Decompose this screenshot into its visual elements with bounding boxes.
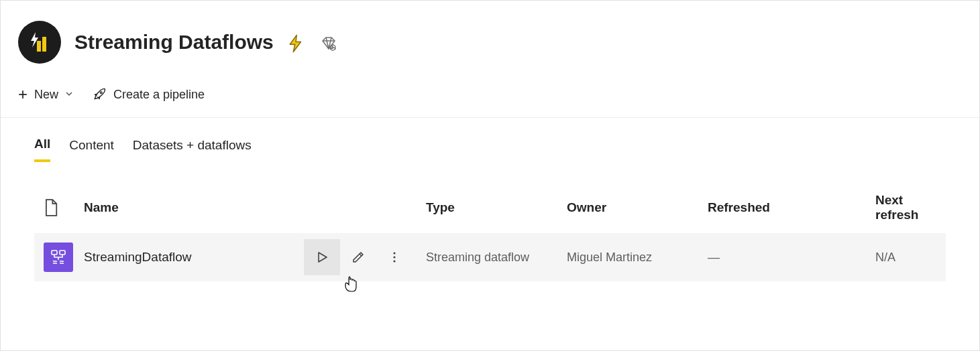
- workspace-header: Streaming Dataflows: [1, 1, 979, 77]
- svg-rect-6: [52, 251, 57, 255]
- row-owner: Miguel Martinez: [567, 251, 708, 265]
- tab-all[interactable]: All: [34, 137, 50, 162]
- row-type: Streaming dataflow: [426, 251, 567, 265]
- play-icon: [315, 251, 329, 264]
- streaming-dataflow-icon: [44, 242, 73, 272]
- more-vertical-icon: [388, 251, 401, 264]
- svg-point-8: [393, 252, 395, 254]
- create-pipeline-button[interactable]: Create a pipeline: [92, 87, 205, 102]
- play-button[interactable]: [304, 239, 340, 275]
- column-header-name[interactable]: Name: [84, 200, 426, 215]
- svg-point-5: [100, 92, 102, 94]
- row-refreshed: —: [708, 251, 875, 265]
- svg-rect-7: [60, 251, 65, 255]
- workspace-avatar: [18, 21, 61, 64]
- column-header-owner[interactable]: Owner: [567, 200, 708, 215]
- lightning-icon: [286, 33, 306, 54]
- column-icon-header[interactable]: [34, 199, 84, 216]
- table-header-row: Name Type Owner Refreshed Next refresh: [34, 182, 946, 233]
- page-title: Streaming Dataflows: [74, 31, 337, 54]
- pencil-icon: [351, 251, 365, 264]
- row-name[interactable]: StreamingDataflow: [84, 250, 192, 265]
- file-icon: [44, 199, 58, 216]
- workspace-toolbar: + New Create a pipeline: [1, 77, 979, 118]
- column-header-refreshed[interactable]: Refreshed: [708, 200, 875, 215]
- chevron-down-icon: [65, 90, 73, 100]
- svg-point-9: [393, 256, 395, 258]
- rocket-icon: [92, 87, 107, 102]
- tab-bar: All Content Datasets + dataflows: [1, 118, 979, 162]
- column-header-next-refresh[interactable]: Next refresh: [875, 193, 946, 222]
- tab-datasets-dataflows[interactable]: Datasets + dataflows: [133, 137, 252, 162]
- content-table: Name Type Owner Refreshed Next refresh: [1, 182, 979, 281]
- new-button[interactable]: + New: [18, 85, 73, 104]
- edit-button[interactable]: [340, 239, 376, 275]
- more-options-button[interactable]: [376, 239, 413, 275]
- row-next-refresh: N/A: [875, 251, 946, 265]
- lightning-bar-icon: [28, 30, 52, 54]
- svg-point-10: [393, 260, 395, 262]
- tab-content[interactable]: Content: [69, 137, 114, 162]
- table-row[interactable]: StreamingDataflow: [34, 233, 946, 281]
- plus-icon: +: [18, 85, 28, 104]
- column-header-type[interactable]: Type: [426, 200, 567, 215]
- premium-icon: [321, 36, 337, 52]
- svg-rect-1: [42, 37, 46, 52]
